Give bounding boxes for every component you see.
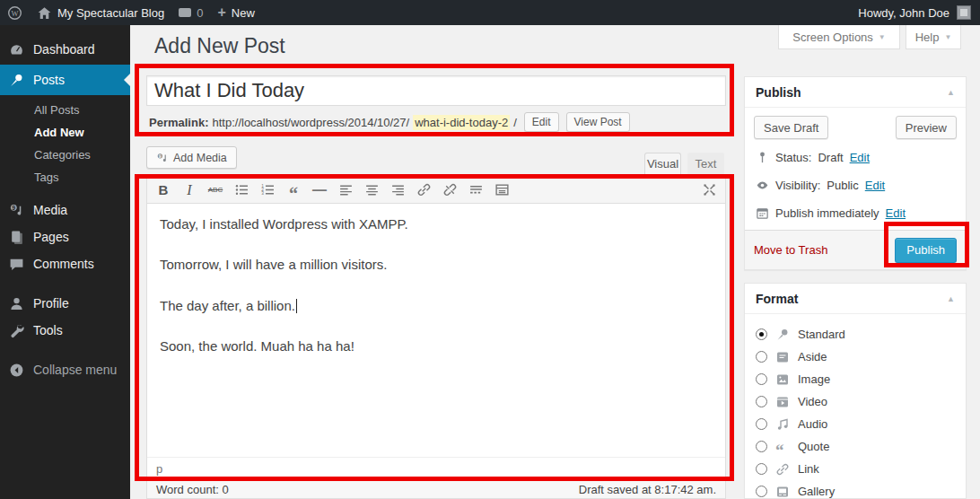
help-button[interactable]: Help ▼ — [906, 25, 961, 49]
strikethrough-button[interactable]: ABC — [206, 180, 225, 200]
editor-content[interactable]: Today, I installed Wordpress with XAMPP.… — [147, 204, 725, 354]
sidebar-label: Profile — [33, 296, 69, 311]
edit-visibility-link[interactable]: Edit — [865, 179, 885, 192]
radio-audio[interactable] — [756, 418, 767, 430]
sidebar-label: Tools — [33, 323, 63, 337]
howdy-text[interactable]: Howdy, John Doe — [858, 6, 949, 20]
calendar-icon — [756, 206, 769, 220]
wordpress-admin: W My Spectacular Blog 0 + New Howdy, Joh… — [0, 0, 980, 499]
visibility-row: Visibility: Public Edit — [754, 175, 957, 195]
publish-box-header[interactable]: Publish ▲ — [745, 77, 966, 108]
preview-button[interactable]: Preview — [896, 116, 957, 139]
horizontal-rule-button[interactable]: — — [310, 180, 329, 200]
comment-count: 0 — [197, 6, 203, 20]
pages-icon — [9, 230, 24, 245]
visibility-label: Visibility: — [775, 179, 820, 192]
status-label: Status: — [775, 151, 811, 164]
sidebar-item-tags[interactable]: Tags — [0, 166, 130, 188]
numbered-list-button[interactable]: 1 2 3 — [258, 180, 277, 200]
pin-icon — [9, 73, 24, 88]
distraction-free-button[interactable] — [699, 180, 719, 200]
sidebar-item-media[interactable]: 9 Media — [0, 197, 130, 223]
post-status-info: Word count: 0 Draft saved at 8:17:42 am. — [146, 481, 726, 499]
tab-text[interactable]: Text — [687, 153, 724, 174]
save-draft-button[interactable]: Save Draft — [754, 116, 828, 139]
view-post-button[interactable]: View Post — [566, 112, 630, 132]
chevron-down-icon: ▼ — [944, 33, 951, 41]
sidebar-item-all-posts[interactable]: All Posts — [0, 99, 130, 121]
sidebar-item-tools[interactable]: Tools — [0, 317, 130, 344]
admin-bar: W My Spectacular Blog 0 + New Howdy, Joh… — [0, 0, 980, 25]
quote-icon: “ — [775, 439, 790, 454]
permalink-slug[interactable]: what-i-did-today-2 — [413, 115, 510, 130]
wordpress-menu[interactable]: W — [0, 0, 30, 25]
more-tag-button[interactable] — [466, 180, 486, 200]
publish-button[interactable]: Publish — [895, 238, 957, 263]
bullet-list-button[interactable] — [232, 180, 251, 200]
radio-link[interactable] — [756, 463, 767, 475]
sidebar-item-comments[interactable]: Comments — [0, 250, 130, 277]
element-path[interactable]: p — [156, 462, 162, 476]
tab-visual[interactable]: Visual — [644, 153, 681, 174]
sidebar-label: Pages — [33, 230, 69, 244]
align-center-button[interactable] — [362, 180, 381, 200]
avatar[interactable] — [957, 5, 971, 20]
sidebar-collapse-menu[interactable]: Collapse menu — [0, 356, 130, 383]
blockquote-button[interactable]: “ — [284, 180, 303, 200]
format-option-aside: Aside — [756, 346, 955, 368]
permalink-trailing-slash: / — [513, 116, 517, 129]
collapse-toggle-icon[interactable]: ▲ — [947, 294, 955, 303]
sidebar-item-dashboard[interactable]: Dashboard — [0, 34, 130, 65]
format-option-link: Link — [756, 458, 955, 480]
editor-paragraph: Today, I installed Wordpress with XAMPP. — [160, 216, 713, 232]
sidebar-item-posts[interactable]: Posts — [0, 65, 130, 95]
edit-schedule-link[interactable]: Edit — [886, 206, 906, 220]
collapse-toggle-icon[interactable]: ▲ — [947, 88, 955, 97]
video-icon — [775, 395, 790, 409]
svg-text:9: 9 — [159, 153, 162, 158]
add-media-icon: 9 — [156, 152, 169, 164]
add-media-button[interactable]: 9 Add Media — [146, 146, 237, 169]
site-menu[interactable]: My Spectacular Blog — [30, 0, 171, 25]
sidebar-item-profile[interactable]: Profile — [0, 290, 130, 317]
move-to-trash-link[interactable]: Move to Trash — [754, 243, 827, 257]
edit-status-link[interactable]: Edit — [850, 151, 870, 164]
bold-button[interactable]: B — [153, 180, 173, 200]
align-left-button[interactable] — [336, 180, 355, 200]
plus-icon: + — [217, 4, 225, 21]
sidebar-item-pages[interactable]: Pages — [0, 223, 130, 250]
radio-standard[interactable] — [756, 328, 767, 340]
new-menu[interactable]: + New — [210, 0, 261, 25]
sidebar-separator — [0, 277, 130, 290]
site-name: My Spectacular Blog — [57, 6, 164, 20]
toolbar-toggle-button[interactable] — [492, 180, 512, 200]
sidebar-item-add-new[interactable]: Add New — [0, 121, 130, 144]
screen-options-button[interactable]: Screen Options ▼ — [778, 25, 900, 49]
edit-permalink-button[interactable]: Edit — [524, 112, 559, 132]
word-count: Word count: 0 — [156, 483, 229, 496]
comments-menu[interactable]: 0 — [171, 0, 210, 25]
editor-paragraph: Soon, the world. Muah ha ha ha! — [160, 338, 713, 354]
radio-image[interactable] — [756, 373, 767, 385]
sidebar-label: Media — [33, 203, 67, 217]
italic-button[interactable]: I — [179, 180, 199, 200]
post-title-input[interactable] — [146, 75, 726, 106]
insert-link-button[interactable] — [414, 180, 433, 200]
unlink-icon — [442, 182, 458, 197]
radio-gallery[interactable] — [756, 486, 767, 497]
editor-statusbar: p — [147, 457, 725, 479]
svg-text:W: W — [11, 8, 18, 17]
remove-link-button[interactable] — [440, 180, 459, 200]
publish-box: Publish ▲ Save Draft Preview Status: Dra… — [744, 76, 967, 270]
radio-video[interactable] — [756, 396, 767, 407]
sidebar-item-categories[interactable]: Categories — [0, 144, 130, 166]
new-label: New — [232, 6, 255, 20]
format-box-header[interactable]: Format ▲ — [745, 284, 966, 314]
fullscreen-icon — [702, 182, 717, 197]
radio-quote[interactable] — [756, 441, 767, 452]
status-value: Draft — [818, 151, 843, 164]
radio-aside[interactable] — [756, 351, 767, 363]
align-right-button[interactable] — [388, 180, 407, 200]
schedule-row: Publish immediately Edit — [754, 203, 957, 223]
link-icon — [775, 462, 790, 477]
